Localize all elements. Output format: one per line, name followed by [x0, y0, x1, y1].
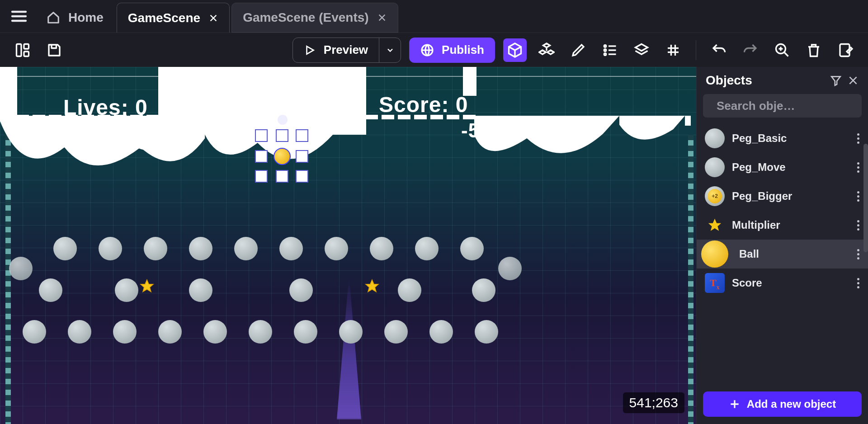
- peg[interactable]: [460, 237, 484, 260]
- close-icon[interactable]: [208, 13, 218, 23]
- object-thumbnail: [705, 186, 725, 206]
- object-item-score[interactable]: TxScore: [697, 269, 868, 297]
- object-item-menu-button[interactable]: [857, 162, 860, 173]
- object-item-menu-button[interactable]: [857, 278, 860, 288]
- resize-handle-s[interactable]: [276, 170, 288, 183]
- svg-point-12: [604, 53, 606, 55]
- filter-icon[interactable]: [830, 75, 842, 86]
- close-icon[interactable]: [377, 13, 387, 23]
- undo-icon: [711, 42, 727, 58]
- grid-icon: [665, 42, 681, 58]
- instances-list-button[interactable]: [598, 38, 622, 62]
- publish-label: Publish: [442, 43, 484, 57]
- peg[interactable]: [472, 278, 495, 302]
- object-item-menu-button[interactable]: [857, 191, 860, 202]
- panel-scrollbar[interactable]: [863, 144, 868, 252]
- cursor-coordinates: 541;263: [623, 392, 684, 413]
- add-object-button[interactable]: Add a new object: [703, 391, 862, 417]
- hamburger-menu-button[interactable]: [5, 0, 33, 33]
- peg[interactable]: [384, 320, 408, 344]
- peg[interactable]: [144, 237, 167, 260]
- peg[interactable]: [398, 278, 421, 302]
- objects-search-input[interactable]: [717, 99, 868, 113]
- publish-button[interactable]: Publish: [409, 38, 495, 63]
- objects-tool-button[interactable]: [503, 38, 527, 62]
- peg[interactable]: [189, 278, 212, 302]
- object-item-peg_move[interactable]: Peg_Move: [697, 153, 868, 182]
- panels-toggle-button[interactable]: [11, 38, 34, 62]
- scene-canvas[interactable]: Lives: 0 Score: 0 -5% 541;263: [0, 67, 696, 424]
- objects-panel: Objects Peg_BasicPeg_MovePeg_BiggerMulti…: [696, 67, 868, 424]
- selected-object-handles[interactable]: [256, 130, 307, 182]
- object-item-multiplier[interactable]: Multiplier: [697, 211, 868, 240]
- svg-point-8: [604, 45, 606, 47]
- resize-handle-ne[interactable]: [296, 129, 308, 142]
- object-item-label: Peg_Basic: [732, 132, 850, 145]
- peg[interactable]: [203, 320, 227, 344]
- svg-marker-23: [141, 280, 153, 292]
- peg[interactable]: [9, 257, 33, 280]
- peg[interactable]: [113, 320, 137, 344]
- peg[interactable]: [115, 278, 138, 302]
- object-groups-button[interactable]: [535, 38, 558, 62]
- delete-button[interactable]: [802, 38, 826, 62]
- play-icon: [304, 44, 316, 56]
- svg-marker-28: [708, 219, 721, 231]
- close-icon[interactable]: [847, 75, 859, 86]
- peg[interactable]: [39, 278, 62, 302]
- main-area: Lives: 0 Score: 0 -5% 541;263 Obj: [0, 67, 868, 424]
- peg[interactable]: [475, 320, 498, 344]
- preview-dropdown-button[interactable]: [379, 38, 401, 62]
- resize-handle-se[interactable]: [296, 170, 308, 183]
- multiplier-star[interactable]: [139, 278, 155, 294]
- peg[interactable]: [68, 320, 91, 344]
- object-item-menu-button[interactable]: [857, 133, 860, 144]
- object-item-label: Ball: [739, 248, 850, 260]
- peg[interactable]: [429, 320, 453, 344]
- object-item-peg_bigger[interactable]: Peg_Bigger: [697, 182, 868, 211]
- resize-handle-sw[interactable]: [255, 170, 268, 183]
- edit-tool-button[interactable]: [566, 38, 590, 62]
- peg[interactable]: [415, 237, 439, 260]
- peg[interactable]: [370, 237, 393, 260]
- resize-handle-n[interactable]: [276, 129, 288, 142]
- peg[interactable]: [249, 320, 272, 344]
- objects-search[interactable]: [703, 94, 862, 118]
- layers-button[interactable]: [630, 38, 653, 62]
- svg-marker-25: [831, 76, 840, 85]
- redo-button[interactable]: [739, 38, 762, 62]
- object-item-menu-button[interactable]: [857, 220, 860, 231]
- tab-home[interactable]: Home: [35, 3, 115, 33]
- peg[interactable]: [289, 278, 313, 302]
- object-item-ball[interactable]: Ball: [697, 240, 868, 269]
- peg[interactable]: [325, 237, 348, 260]
- save-button[interactable]: [42, 38, 66, 62]
- peg[interactable]: [294, 320, 317, 344]
- peg[interactable]: [339, 320, 363, 344]
- peg[interactable]: [23, 320, 46, 344]
- peg[interactable]: [53, 237, 77, 260]
- selected-ball-sprite[interactable]: [274, 148, 291, 165]
- undo-button[interactable]: [707, 38, 731, 62]
- tab-events[interactable]: GameScene (Events): [231, 3, 398, 33]
- peg[interactable]: [189, 237, 212, 260]
- peg[interactable]: [234, 237, 258, 260]
- peg[interactable]: [279, 237, 303, 260]
- resize-handle-nw[interactable]: [255, 129, 268, 142]
- peg[interactable]: [498, 257, 522, 280]
- score-hud-text: Score: 0: [379, 92, 468, 117]
- toolbar-divider: [696, 40, 696, 60]
- object-item-menu-button[interactable]: [857, 249, 860, 259]
- peg[interactable]: [99, 237, 122, 260]
- settings-button[interactable]: [834, 38, 857, 62]
- tab-scene-label: GameScene: [128, 11, 200, 25]
- zoom-button[interactable]: [770, 38, 794, 62]
- tab-scene[interactable]: GameScene: [117, 3, 230, 33]
- preview-button[interactable]: Preview: [293, 38, 379, 62]
- multiplier-star[interactable]: [364, 278, 380, 294]
- peg[interactable]: [158, 320, 182, 344]
- grid-toggle-button[interactable]: [661, 38, 685, 62]
- object-item-peg_basic[interactable]: Peg_Basic: [697, 124, 868, 153]
- resize-handle-w[interactable]: [255, 150, 268, 163]
- resize-handle-e[interactable]: [296, 150, 308, 163]
